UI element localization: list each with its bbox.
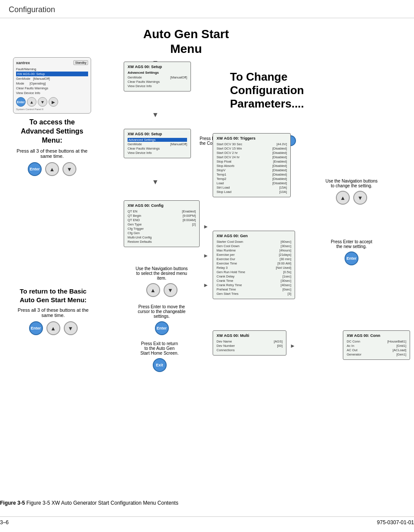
- gen-row-2: Gen Cool Down[30sec]: [217, 244, 291, 248]
- panel-enter-btn[interactable]: Enter: [16, 97, 26, 107]
- setup-screen-1: XW AGS 00: Setup Advanced Settings GenMo…: [124, 62, 191, 91]
- setup-screen-2: XW AGS 00: Setup Advanced Settings GenMo…: [124, 129, 191, 158]
- trig-row-9: Temp2[Disabled]: [217, 177, 287, 181]
- enter-cursor-button[interactable]: Enter: [155, 321, 169, 335]
- arrow-right-gen: ►: [203, 252, 209, 259]
- enter-cursor-text: Press Enter to move thecursor to the cha…: [124, 304, 200, 319]
- panel-right-btn[interactable]: ▶: [49, 97, 58, 107]
- gen-row-4: Exercise per[21days]: [217, 253, 291, 257]
- main-title-line1: Auto Gen Start: [143, 27, 229, 42]
- access-instruction: Press all 3 of these buttons at the same…: [13, 148, 91, 159]
- conn-row-1: DC Conn[HouseBatt1]: [347, 339, 406, 343]
- nav-down-right[interactable]: ▼: [353, 191, 367, 205]
- page-footer: 3–6 975-0307-01-01: [0, 516, 414, 525]
- panel-menu-item: XW AGS-00: Setup: [16, 72, 88, 76]
- trig-row-7: StopV[Disabled]: [217, 168, 287, 172]
- multi-row-2: Dev Number[00]: [217, 344, 283, 348]
- gen-screen: XW AGS 00: Gen Starter Cool Down[60sec] …: [213, 231, 295, 299]
- page-header: Configuration: [0, 0, 414, 18]
- main-content: Auto Gen Start Menu xantrex Standby Faul…: [0, 18, 414, 530]
- config-row-cfg-trigger: Cfg Trigger: [128, 227, 196, 231]
- panel-up-btn[interactable]: ▲: [27, 97, 36, 107]
- nav-down-button-bottom[interactable]: ▼: [64, 321, 78, 335]
- nav-change-text: Use the Navigation buttonsto change the …: [312, 179, 391, 188]
- arrow-right-conn: ►: [290, 343, 296, 349]
- nav-down-button-left[interactable]: ▼: [62, 162, 76, 176]
- change-title-text: To Change Configuration Parameters....: [230, 70, 304, 111]
- enter-cursor-area: Press Enter to move thecursor to the cha…: [124, 304, 200, 335]
- trig-row-3: Start DCV 2 hr[Disabled]: [217, 151, 287, 155]
- conn-screen: XW AGS 00: Conn DC Conn[HouseBatt1] Ac I…: [343, 330, 410, 360]
- nav-up-button-left[interactable]: ▲: [45, 162, 59, 176]
- multi-row-3: Connections: [217, 348, 283, 352]
- gen-row-3: Max Runtime[4hours]: [217, 248, 291, 252]
- gen-row-6: Exercise Time[9:00 AM]: [217, 261, 291, 265]
- triggers-screen: XW AGS 00: Triggers Start DCV 30 Sec[44.…: [213, 133, 291, 197]
- config-row-gen-type: Gen Type[2]: [128, 222, 196, 226]
- page-title: Configuration: [9, 5, 55, 14]
- gen-row-12: Preheat Time[0sec]: [217, 287, 291, 291]
- enter-button-left[interactable]: Enter: [28, 162, 42, 176]
- trig-row-8: Temp1[Disabled]: [217, 173, 287, 176]
- nav-up-right[interactable]: ▲: [336, 191, 350, 205]
- enter-accept-button[interactable]: Enter: [345, 251, 358, 265]
- conn-row-4: Generator[Gen1]: [347, 352, 406, 356]
- exit-text: Press Exit to returnto the Auto GenStart…: [126, 341, 193, 356]
- config-row-qt-en: QT EN[Enabled]: [128, 209, 196, 213]
- conn-row-2: Ac In[Grid1]: [347, 344, 406, 348]
- footer-left: 3–6: [0, 519, 9, 525]
- panel-down-btn[interactable]: ▼: [38, 97, 47, 107]
- config-row-qt-end: QT END[8:00AM]: [128, 218, 196, 222]
- nav-up-button-bottom[interactable]: ▲: [46, 321, 60, 335]
- exit-area: Press Exit to returnto the Auto GenStart…: [126, 341, 193, 372]
- change-config-title: To Change Configuration Parameters....: [230, 70, 304, 111]
- trig-row-11: Strt Load[15A]: [217, 186, 287, 189]
- arrow-down-2: ▼: [152, 111, 159, 118]
- enter-accept-area: Press Enter to acceptthe new setting. En…: [312, 239, 391, 265]
- trig-row-5: Stop Float[Enabled]: [217, 160, 287, 163]
- panel-clear: Clear Faults Warnings: [16, 86, 88, 91]
- setup-row-genmode-2: GenMode[ManualOff]: [128, 142, 187, 146]
- nav-change-area: Use the Navigation buttonsto change the …: [312, 179, 391, 205]
- access-buttons-row: Enter ▲ ▼: [13, 162, 91, 176]
- setup-screen-1-section: Advanced Settings: [128, 71, 187, 75]
- trig-row-6: Stop Absorb[Disabled]: [217, 164, 287, 168]
- device-panel: xantrex Standby Fault/Warning XW AGS-00:…: [13, 57, 91, 114]
- gen-row-9: Crank Delay[1sec]: [217, 274, 291, 278]
- enter-button-bottom[interactable]: Enter: [29, 321, 43, 335]
- setup-row-advanced-highlighted: Advanced Settings: [128, 138, 187, 142]
- panel-label: System Control Panel II: [16, 108, 88, 111]
- figure-caption-text: Figure 3-5 XW Auto Generator Start Confi…: [26, 500, 178, 506]
- bottom-left-section: To return to the BasicAuto Gen Start Men…: [13, 287, 93, 335]
- figure-caption-bold: Figure 3-5: [0, 500, 25, 506]
- config-row-qt-begin: QT Begin[9:00PM]: [128, 214, 196, 218]
- gen-row-5: Exercise Dur[30 min]: [217, 257, 291, 261]
- enter-accept-text: Press Enter to acceptthe new setting.: [312, 239, 391, 249]
- left-access-section: xantrex Standby Fault/Warning XW AGS-00:…: [13, 57, 91, 176]
- panel-mode: GenMode [ManualOff]: [16, 76, 88, 81]
- trig-row-2: Start DCV 15 Min[Disabled]: [217, 147, 287, 150]
- trig-row-10: Load[Disabled]: [217, 181, 287, 185]
- nav-down-middle[interactable]: ▼: [164, 283, 177, 297]
- setup-row-clear: Clear Faults Warnings: [128, 80, 187, 84]
- trig-row-4: Start DCV 24 hr[Disabled]: [217, 155, 287, 159]
- multi-screen: XW AGS 00: Multi Dev Name[AGS] Dev Numbe…: [213, 330, 286, 356]
- footer-right: 975-0307-01-01: [377, 519, 414, 525]
- nav-up-middle[interactable]: ▲: [146, 283, 160, 297]
- main-title: Auto Gen Start Menu: [143, 27, 229, 56]
- exit-button[interactable]: Exit: [153, 358, 167, 372]
- trig-row-12: Stop Load[10A]: [217, 190, 287, 194]
- standby-badge: Standby: [73, 60, 88, 65]
- arrow-right-multi: ►: [203, 282, 209, 288]
- setup-row-genmode: GenMode[ManualOff]: [128, 75, 187, 79]
- nav-change-buttons: ▲ ▼: [312, 191, 391, 205]
- config-screen: XW AGS 00: Config QT EN[Enabled] QT Begi…: [124, 200, 200, 247]
- main-title-line2: Menu: [143, 42, 229, 56]
- panel-mode2: Mode [Operating]: [16, 81, 88, 86]
- arrow-down-3: ▼: [152, 179, 159, 186]
- gen-row-13: Gen Start Tries[3]: [217, 292, 291, 296]
- panel-fault: Fault/Warning: [16, 67, 88, 72]
- brand-logo: xantrex: [16, 61, 30, 65]
- arrow-right-trigger: ►: [203, 223, 209, 230]
- access-title: To access theAdvanced SettingsMenu:: [13, 118, 91, 145]
